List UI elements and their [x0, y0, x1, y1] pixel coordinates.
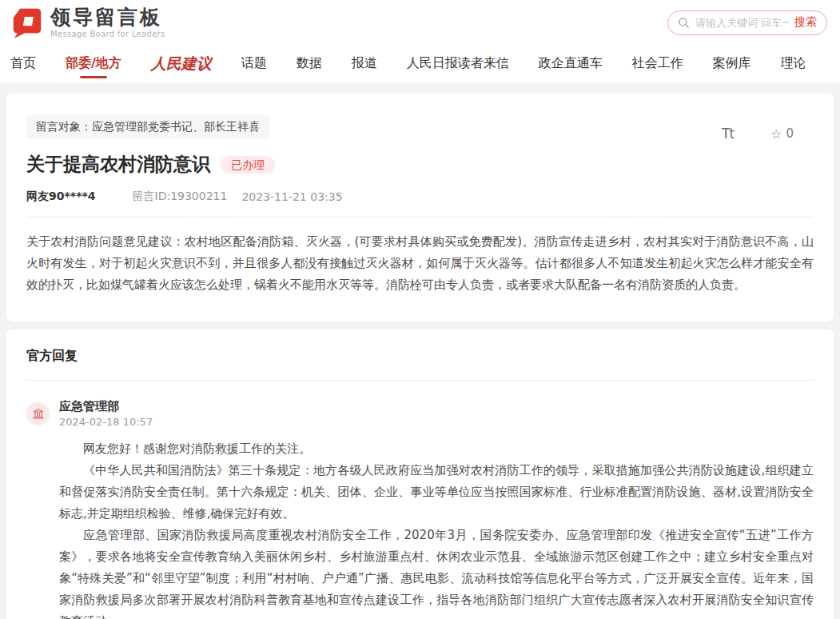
- message-card: 留言对象：应急管理部党委书记、部长王祥喜 Tt ☆ 0 关于提高农村消防意识 已…: [6, 94, 834, 321]
- nav-item-data[interactable]: 数据: [297, 45, 322, 82]
- search-box[interactable]: 搜索: [667, 10, 827, 35]
- reply-body: 网友您好！感谢您对消防救援工作的关注。 《中华人民共和国消防法》第三十条规定：地…: [59, 438, 814, 619]
- favorite-count: 0: [786, 126, 794, 141]
- search-button[interactable]: 搜索: [794, 15, 817, 30]
- nav-item-people-suggestions[interactable]: 人民建议: [151, 45, 212, 82]
- nav-item-social-work[interactable]: 社会工作: [632, 45, 683, 82]
- official-reply-card: 官方回复 应急管理部 2024-02-18 10:57 网友您好！: [6, 329, 834, 619]
- site-header: 领导留言板 Message Board for Leaders 搜索 首页 部委…: [0, 0, 840, 82]
- font-size-toggle[interactable]: Tt: [722, 126, 734, 142]
- nav-item-home[interactable]: 首页: [10, 45, 36, 82]
- section-divider: [26, 380, 814, 381]
- site-logo[interactable]: 领导留言板 Message Board for Leaders: [10, 6, 165, 39]
- nav-item-gov-enterprise[interactable]: 政企直通车: [539, 45, 603, 82]
- star-icon: ☆: [770, 126, 782, 142]
- message-actions: Tt ☆ 0: [722, 126, 794, 142]
- avatar: [26, 402, 50, 425]
- government-building-icon: [32, 407, 45, 420]
- reply-paragraph: 应急管理部、国家消防救援局高度重视农村消防安全工作，2020年3月，国务院安委办…: [59, 525, 814, 619]
- message-id: 留言ID:19300211: [133, 190, 228, 204]
- message-target-tag: 留言对象：应急管理部党委书记、部长王祥喜: [26, 115, 269, 139]
- nav-item-topics[interactable]: 话题: [241, 45, 267, 82]
- message-date: 2023-11-21 03:35: [241, 190, 342, 203]
- page-content: 留言对象：应急管理部党委书记、部长王祥喜 Tt ☆ 0 关于提高农村消防意识 已…: [0, 82, 840, 619]
- message-meta: 网友90****4 留言ID:19300211 2023-11-21 03:35: [26, 190, 814, 218]
- logo-title: 领导留言板: [50, 7, 165, 27]
- search-input[interactable]: [695, 17, 789, 29]
- nav-item-ministries-local[interactable]: 部委/地方: [66, 45, 121, 82]
- nav-item-case-library[interactable]: 案例库: [713, 45, 751, 82]
- main-nav: 首页 部委/地方 人民建议 话题 数据 报道 人民日报读者来信 政企直通车 社会…: [0, 45, 840, 82]
- reply-paragraph: 《中华人民共和国消防法》第三十条规定：地方各级人民政府应当加强对农村消防工作的领…: [59, 460, 814, 525]
- official-reply-heading: 官方回复: [26, 348, 814, 365]
- favorite-button[interactable]: ☆ 0: [770, 126, 794, 142]
- logo-subtitle: Message Board for Leaders: [50, 30, 165, 38]
- reply-header: 应急管理部 2024-02-18 10:57: [26, 399, 814, 428]
- nav-item-reports[interactable]: 报道: [352, 45, 377, 82]
- message-title-row: 关于提高农村消防意识 已办理: [26, 152, 814, 177]
- header-top-bar: 领导留言板 Message Board for Leaders 搜索: [0, 0, 840, 45]
- message-author: 网友90****4: [26, 190, 96, 204]
- message-body: 关于农村消防问题意见建议：农村地区配备消防箱、灭火器，(可要求村具体购买或免费配…: [26, 231, 814, 296]
- nav-item-reader-letters[interactable]: 人民日报读者来信: [407, 45, 509, 82]
- status-badge: 已办理: [221, 156, 275, 174]
- message-board-logo-icon: [10, 6, 43, 39]
- reply-paragraph: 网友您好！感谢您对消防救援工作的关注。: [59, 438, 814, 460]
- search-icon: [678, 17, 690, 29]
- reply-timestamp: 2024-02-18 10:57: [59, 416, 153, 428]
- reply-agency-name[interactable]: 应急管理部: [59, 399, 153, 413]
- message-title: 关于提高农村消防意识: [26, 152, 210, 177]
- logo-text: 领导留言板 Message Board for Leaders: [50, 7, 165, 38]
- nav-item-theory[interactable]: 理论: [781, 45, 806, 82]
- reply-author-block: 应急管理部 2024-02-18 10:57: [59, 399, 153, 428]
